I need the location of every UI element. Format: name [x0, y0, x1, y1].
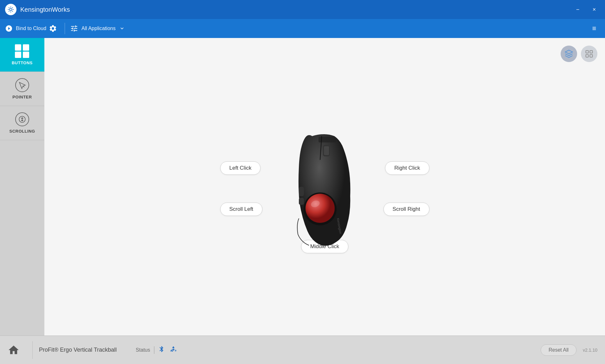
chevron-down-icon	[119, 25, 125, 32]
sidebar-buttons-label: BUTTONS	[12, 60, 33, 65]
bind-label: Bind to Cloud	[16, 26, 46, 31]
svg-point-11	[306, 194, 335, 223]
version-label: v2.1.10	[583, 348, 597, 353]
app-select-label: All Applications	[81, 26, 116, 31]
scroll-right-button[interactable]: Scroll Right	[383, 203, 429, 216]
bluetooth-icon	[158, 346, 165, 354]
app-title: KensingtonWorks	[20, 6, 572, 13]
mouse-image: Kensington	[290, 130, 360, 244]
right-click-button[interactable]: Right Click	[385, 161, 429, 175]
gear-icon	[49, 24, 57, 33]
toolbar-divider	[65, 23, 65, 34]
pointer-icon	[15, 78, 29, 92]
reset-all-button[interactable]: Reset All	[541, 344, 576, 356]
app-logo	[5, 4, 16, 15]
hamburger-menu-button[interactable]: ≡	[589, 23, 600, 34]
svg-rect-13	[299, 187, 304, 196]
sidebar-pointer-label: POINTER	[12, 95, 32, 99]
sidebar-item-pointer[interactable]: POINTER	[0, 72, 44, 106]
cube-flat-icon	[585, 49, 594, 58]
device-name: ProFit® Ergo Vertical Trackball	[39, 347, 117, 353]
minimize-button[interactable]: −	[572, 4, 583, 15]
svg-rect-17	[175, 350, 176, 351]
sliders-icon-container	[70, 24, 78, 33]
sidebar: BUTTONS POINTER SCROLLING	[0, 38, 44, 336]
usb-icon	[169, 346, 178, 354]
home-icon	[8, 344, 20, 356]
all-applications-button[interactable]: All Applications	[81, 25, 125, 32]
svg-rect-8	[324, 146, 329, 155]
toolbar: Bind to Cloud All Applications ≡	[0, 19, 605, 38]
settings-gear[interactable]	[49, 24, 57, 33]
status-label: Status	[136, 347, 150, 353]
cube-3d-icon	[564, 49, 573, 58]
content-area: Left Click Right Click Scroll Left Scrol…	[44, 38, 605, 336]
footer-divider	[32, 341, 33, 359]
svg-rect-5	[590, 54, 592, 57]
mouse-diagram: Left Click Right Click Scroll Left Scrol…	[214, 111, 436, 263]
3d-view-button[interactable]	[561, 46, 577, 62]
view-toggle	[561, 46, 597, 62]
usb-svg	[169, 346, 178, 353]
mouse-svg: Kensington	[290, 130, 360, 250]
sidebar-item-buttons[interactable]: BUTTONS	[0, 38, 44, 72]
left-click-button[interactable]: Left Click	[220, 161, 261, 175]
title-bar: KensingtonWorks − ×	[0, 0, 605, 19]
flat-view-button[interactable]	[581, 46, 597, 62]
bluetooth-svg	[158, 346, 165, 353]
sidebar-item-scrolling[interactable]: SCROLLING	[0, 106, 44, 140]
status-divider	[154, 346, 154, 354]
home-button[interactable]	[8, 344, 20, 356]
svg-point-0	[10, 8, 12, 10]
svg-rect-2	[586, 51, 589, 53]
svg-rect-4	[586, 54, 589, 57]
sidebar-scrolling-label: SCROLLING	[9, 129, 35, 134]
bind-icon	[5, 25, 13, 32]
sliders-icon	[70, 24, 78, 33]
svg-rect-3	[590, 51, 592, 53]
window-controls: − ×	[572, 4, 600, 15]
main-layout: BUTTONS POINTER SCROLLING	[0, 38, 605, 336]
svg-rect-16	[170, 351, 171, 351]
buttons-grid-icon	[15, 44, 29, 58]
close-button[interactable]: ×	[589, 4, 600, 15]
svg-rect-14	[299, 198, 304, 205]
footer-status: Status	[136, 346, 177, 354]
bind-to-cloud-button[interactable]: Bind to Cloud	[5, 25, 46, 32]
scroll-left-button[interactable]: Scroll Left	[220, 203, 263, 216]
footer: ProFit® Ergo Vertical Trackball Status R…	[0, 336, 605, 364]
scrolling-icon	[15, 112, 29, 126]
